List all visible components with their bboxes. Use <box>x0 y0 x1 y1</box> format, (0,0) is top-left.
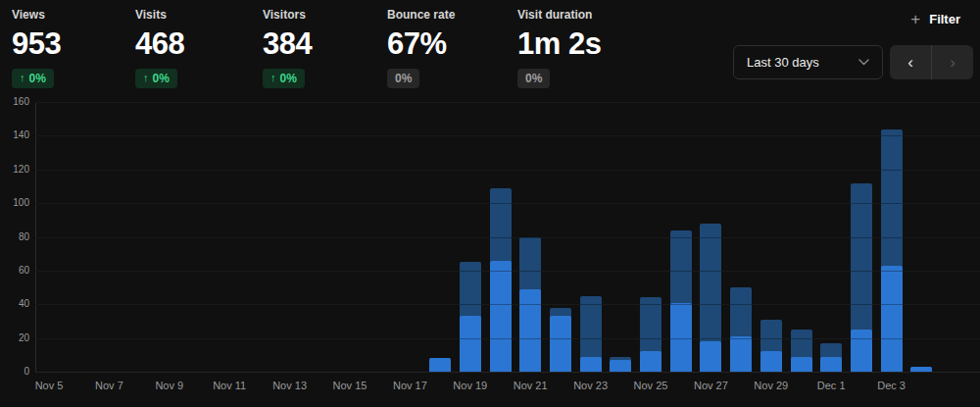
trend-badge: ↑0% <box>12 69 54 88</box>
stat-visitors: Visitors 384 ↑0% <box>263 6 387 88</box>
plus-icon: + <box>910 11 920 27</box>
stat-label: Visit duration <box>517 8 592 22</box>
bar-visitors[interactable] <box>910 367 932 372</box>
bar-visitors[interactable] <box>760 351 782 372</box>
y-axis-tick-label: 100 <box>0 197 29 208</box>
x-axis-tick-label: Nov 11 <box>199 380 260 391</box>
up-arrow-icon: ↑ <box>143 72 149 84</box>
x-axis-tick-label: Nov 25 <box>620 380 681 391</box>
stat-visit-duration: Visit duration 1m 2s 0% <box>517 6 601 88</box>
y-axis-tick-label: 40 <box>0 298 29 309</box>
bar-visitors[interactable] <box>429 358 451 372</box>
bar-visitors[interactable] <box>610 360 631 372</box>
bar-visitors[interactable] <box>881 266 903 372</box>
x-axis-tick-label: Nov 9 <box>139 380 200 391</box>
stat-label: Visitors <box>263 8 306 22</box>
badge-value: 0% <box>280 72 297 85</box>
stat-visits: Visits 468 ↑0% <box>135 6 263 88</box>
stat-views: Views 953 ↑0% <box>12 6 135 88</box>
gridline-overlay <box>35 304 980 305</box>
y-axis-tick-label: 140 <box>0 129 29 140</box>
bar-visitors[interactable] <box>580 357 602 372</box>
y-axis-tick-label: 60 <box>0 265 29 276</box>
filter-button[interactable]: + Filter <box>905 10 966 28</box>
prev-period-button[interactable]: ‹ <box>890 45 931 79</box>
up-arrow-icon: ↑ <box>270 72 276 84</box>
trend-badge: 0% <box>517 69 550 88</box>
bar-visitors[interactable] <box>730 336 752 372</box>
date-range-select[interactable]: Last 30 days <box>733 45 883 79</box>
trend-badge: ↑0% <box>135 69 177 88</box>
y-axis-tick-label: 0 <box>0 366 29 377</box>
gridline-overlay <box>35 102 980 103</box>
bar-visitors[interactable] <box>460 316 481 372</box>
badge-value: 0% <box>525 72 542 85</box>
x-axis-tick-label: Nov 7 <box>78 380 139 391</box>
badge-value: 0% <box>153 72 170 85</box>
trend-badge: 0% <box>387 69 419 88</box>
gridline-overlay <box>35 203 980 204</box>
chevron-right-icon: › <box>950 54 956 71</box>
y-axis-tick-label: 120 <box>0 164 29 175</box>
gridline-overlay <box>35 338 980 339</box>
chevron-left-icon: ‹ <box>907 54 913 71</box>
stat-value: 953 <box>12 28 61 61</box>
filter-button-label: Filter <box>929 12 960 26</box>
x-axis-tick-label: Nov 5 <box>19 380 79 391</box>
x-axis-tick-label: Nov 29 <box>741 380 802 391</box>
chevron-down-icon <box>858 59 869 66</box>
x-axis-tick-label: Nov 19 <box>440 380 501 391</box>
gridline-overlay <box>35 135 980 136</box>
y-axis-tick-label: 20 <box>0 332 29 343</box>
y-axis-tick-label: 160 <box>0 96 29 107</box>
x-axis-tick-label: Dec 1 <box>801 380 861 391</box>
stat-label: Bounce rate <box>387 8 455 22</box>
stat-label: Views <box>12 8 45 22</box>
up-arrow-icon: ↑ <box>20 72 25 84</box>
x-axis-tick-label: Nov 21 <box>500 380 561 391</box>
stat-value: 1m 2s <box>517 28 601 61</box>
x-axis-tick-label: Nov 13 <box>260 380 320 391</box>
bar-visitors[interactable] <box>519 289 541 372</box>
date-range-value: Last 30 days <box>747 55 819 70</box>
bar-visitors[interactable] <box>700 341 721 372</box>
bar-visitors[interactable] <box>851 330 872 372</box>
gridline <box>35 372 980 373</box>
stat-value: 468 <box>135 28 184 61</box>
gridline-overlay <box>35 271 980 272</box>
x-axis-tick-label: Nov 15 <box>319 380 380 391</box>
x-axis-tick-label: Dec 3 <box>861 380 922 391</box>
date-pager: ‹ › <box>890 45 973 79</box>
badge-value: 0% <box>29 72 46 85</box>
trend-badge: ↑0% <box>263 69 305 88</box>
stat-value: 384 <box>263 28 312 61</box>
bar-visitors[interactable] <box>820 357 842 372</box>
stat-bounce-rate: Bounce rate 67% 0% <box>387 6 517 88</box>
next-period-button[interactable]: › <box>932 45 973 79</box>
stats-header: Views 953 ↑0% Visits 468 ↑0% Visitors 38… <box>12 6 601 88</box>
bar-visitors[interactable] <box>791 357 812 372</box>
bar-visitors[interactable] <box>640 351 662 372</box>
stat-value: 67% <box>387 28 447 61</box>
stat-label: Visits <box>135 8 167 22</box>
bar-visitors[interactable] <box>550 316 571 372</box>
bar-visitors[interactable] <box>490 261 512 372</box>
gridline-overlay <box>35 170 980 171</box>
x-axis-tick-label: Nov 27 <box>680 380 741 391</box>
gridline-overlay <box>35 237 980 238</box>
badge-value: 0% <box>395 72 412 85</box>
y-axis-tick-label: 80 <box>0 231 29 242</box>
x-axis-tick-label: Nov 17 <box>379 380 440 391</box>
x-axis-tick-label: Nov 23 <box>561 380 621 391</box>
